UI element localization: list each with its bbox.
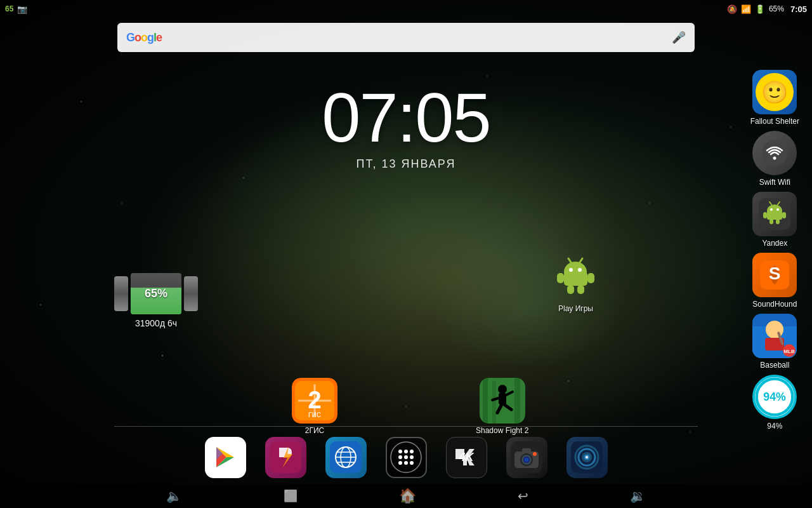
svg-rect-32 [567, 285, 574, 294]
battery-icon: 🔋 [755, 4, 765, 14]
svg-point-89 [586, 456, 588, 458]
svg-point-72 [404, 461, 408, 465]
battery-info: 31900д 6ч [114, 318, 198, 328]
nav-recent[interactable]: ⬜ [284, 489, 298, 503]
nav-back[interactable]: ↩ [518, 488, 528, 504]
app-play-games[interactable]: Play Игры [552, 254, 599, 313]
svg-rect-41 [483, 378, 488, 424]
svg-point-5 [770, 208, 773, 211]
svg-rect-43 [514, 378, 520, 424]
yandex-icon [752, 192, 797, 236]
wifi-icon: 📶 [741, 4, 751, 14]
clock-hours: 07 [322, 78, 396, 156]
dock-camera[interactable] [506, 437, 547, 478]
dock-4k[interactable]: 4K [446, 437, 487, 478]
svg-rect-9 [763, 212, 767, 218]
svg-rect-83 [522, 448, 531, 453]
2gis-icon: 2 ГИС [292, 378, 337, 424]
soundhound-icon: S [752, 253, 797, 297]
vault-boy: 🙂 [756, 73, 794, 111]
app-yandex[interactable]: Yandex [750, 192, 799, 248]
app-swift-wifi[interactable]: Swift Wifi [750, 131, 799, 187]
clock-colon: : [397, 78, 416, 156]
search-bar[interactable]: Google 🎤 [117, 23, 695, 52]
svg-point-70 [410, 455, 414, 459]
status-left: 65 📷 [5, 4, 27, 14]
battery-widget: 65% 31900д 6ч [114, 273, 198, 328]
dock-separator [114, 426, 698, 427]
clock-minutes: 05 [415, 78, 490, 156]
status-right: 🔕 📶 🔋 65% 7:05 [727, 4, 807, 14]
svg-rect-31 [587, 273, 594, 283]
clock-status: 7:05 [790, 4, 807, 14]
94-percent-label: 94% [767, 422, 782, 431]
svg-point-82 [533, 452, 537, 456]
play-games-label: Play Игры [558, 304, 593, 313]
svg-point-27 [578, 268, 582, 272]
google-logo: Google [126, 31, 162, 44]
battery-end-right [184, 276, 198, 311]
nav-bar: 🔈 ⬜ 🏠 ↩ 🔉 [0, 484, 812, 508]
svg-rect-25 [564, 272, 587, 286]
nav-home[interactable]: 🏠 [399, 488, 416, 504]
svg-point-6 [776, 208, 779, 211]
svg-point-26 [569, 268, 573, 272]
nav-volume-up[interactable]: 🔉 [630, 488, 646, 504]
mic-icon[interactable]: 🎤 [672, 30, 686, 44]
dock-play-store[interactable] [205, 437, 246, 478]
fallout-shelter-icon: 🙂 [752, 70, 797, 114]
clock-time: 07:05 [322, 83, 490, 152]
svg-text:S: S [769, 264, 781, 283]
app-fallout-shelter[interactable]: 🙂 Fallout Shelter [750, 70, 799, 126]
svg-point-73 [410, 461, 414, 465]
battery-visual: 65% [114, 273, 198, 314]
dock-speaker[interactable] [566, 437, 608, 478]
battery-status-number: 65 [5, 4, 13, 13]
svg-line-28 [568, 258, 571, 262]
app-94-percent[interactable]: 94% 94% [750, 375, 799, 431]
battery-percent-text: 65% [145, 287, 167, 300]
clock-widget: 07:05 ПТ, 13 ЯНВАРЯ [322, 83, 490, 171]
svg-rect-4 [767, 211, 782, 220]
nav-volume-down[interactable]: 🔈 [166, 488, 182, 504]
svg-point-71 [398, 461, 402, 465]
svg-rect-42 [492, 381, 496, 424]
app-baseball[interactable]: MLB Baseball [750, 314, 799, 370]
shadow-fight-icon [480, 378, 525, 424]
baseball-icon: MLB [752, 314, 797, 358]
svg-text:94%: 94% [764, 391, 787, 403]
dock: 4K [0, 432, 812, 483]
svg-rect-33 [577, 285, 584, 294]
svg-point-65 [398, 450, 402, 453]
svg-rect-12 [776, 219, 780, 224]
svg-text:MLB: MLB [784, 349, 796, 354]
svg-text:ГИС: ГИС [308, 411, 321, 418]
svg-rect-10 [782, 212, 786, 218]
app-soundhound[interactable]: S SoundHound [750, 253, 799, 309]
svg-rect-11 [769, 219, 773, 224]
screenshot-icon: 📷 [17, 4, 27, 14]
svg-point-67 [410, 450, 414, 453]
right-sidebar: 🙂 Fallout Shelter Swift Wifi [750, 70, 799, 431]
battery-percentage: 65% [769, 4, 784, 13]
swift-wifi-icon [752, 131, 797, 175]
dock-all-apps[interactable] [386, 437, 427, 478]
fallout-shelter-label: Fallout Shelter [750, 117, 799, 126]
svg-point-1 [773, 157, 776, 160]
clock-date: ПТ, 13 ЯНВАРЯ [322, 157, 490, 171]
svg-point-66 [404, 450, 408, 453]
dock-poweramp[interactable] [265, 437, 306, 478]
soundhound-label: SoundHound [752, 300, 797, 309]
dock-network[interactable] [325, 437, 367, 478]
svg-point-68 [398, 455, 402, 459]
search-input[interactable] [167, 32, 672, 43]
yandex-label: Yandex [762, 239, 787, 248]
mute-icon: 🔕 [727, 4, 737, 14]
svg-text:2: 2 [308, 387, 321, 413]
swift-wifi-label: Swift Wifi [759, 178, 790, 187]
94-percent-icon: 94% [752, 375, 797, 419]
battery-end-left [114, 276, 128, 311]
svg-point-81 [525, 458, 528, 462]
battery-body: 65% [131, 273, 181, 314]
svg-point-44 [498, 385, 507, 394]
